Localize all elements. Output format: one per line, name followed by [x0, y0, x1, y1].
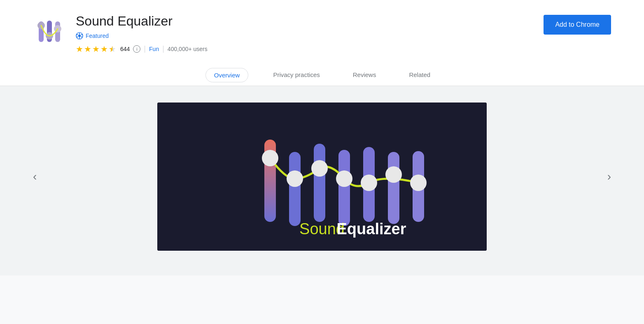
svg-point-24: [311, 160, 328, 177]
content-area: ‹: [0, 86, 644, 275]
app-icon: [33, 13, 66, 46]
svg-rect-17: [314, 144, 325, 222]
svg-point-9: [81, 34, 82, 35]
tab-privacy[interactable]: Privacy practices: [265, 65, 328, 86]
divider2: |: [162, 44, 164, 53]
svg-point-12: [77, 37, 78, 38]
users-count: 400,000+ users: [168, 46, 208, 52]
add-to-chrome-button[interactable]: Add to Chrome: [544, 15, 611, 35]
svg-point-28: [410, 175, 427, 191]
svg-rect-20: [388, 152, 399, 224]
svg-point-10: [81, 37, 82, 38]
header-section: Sound Equalizer Featured: [0, 0, 644, 86]
tab-overview[interactable]: Overview: [205, 68, 249, 82]
info-icon[interactable]: i: [133, 45, 140, 53]
svg-point-11: [79, 37, 80, 39]
star-2: ★: [84, 45, 91, 53]
svg-point-23: [287, 170, 303, 187]
carousel-next-button[interactable]: ›: [599, 162, 619, 191]
svg-point-7: [78, 35, 81, 37]
star-3: ★: [92, 45, 100, 53]
svg-point-25: [336, 170, 352, 187]
app-title: Sound Equalizer: [76, 13, 208, 29]
star-4: ★: [100, 45, 108, 53]
carousel-wrapper: ‹: [0, 103, 644, 251]
rating-count: 644: [120, 46, 130, 52]
svg-point-22: [262, 150, 278, 166]
info-icon-label: i: [136, 47, 137, 51]
featured-badge: Featured: [76, 32, 208, 40]
featured-icon: [76, 32, 83, 40]
star-half: ★ ★: [109, 45, 116, 53]
screenshot-container: Sound Equalizer: [157, 103, 487, 251]
rating-row: ★ ★ ★ ★ ★ ★ 644 i | Fun |: [76, 44, 208, 53]
carousel-prev-button[interactable]: ‹: [25, 162, 45, 191]
svg-text:Equalizer: Equalizer: [337, 220, 406, 238]
tab-related[interactable]: Related: [401, 65, 439, 86]
divider: |: [144, 44, 146, 53]
tabs-nav: Overview Privacy practices Reviews Relat…: [33, 65, 611, 86]
app-info: Sound Equalizer Featured: [33, 13, 208, 53]
stars: ★ ★ ★ ★ ★ ★: [76, 45, 116, 53]
eq-illustration: Sound Equalizer: [157, 103, 487, 251]
svg-point-26: [361, 175, 377, 191]
svg-rect-16: [289, 152, 301, 226]
featured-label: Featured: [86, 33, 109, 39]
svg-rect-18: [338, 150, 350, 226]
tab-reviews[interactable]: Reviews: [345, 65, 385, 86]
header-top: Sound Equalizer Featured: [33, 13, 611, 65]
svg-point-8: [79, 33, 80, 35]
star-1: ★: [76, 45, 83, 53]
svg-point-13: [77, 34, 78, 35]
category-link[interactable]: Fun: [149, 46, 159, 52]
svg-point-27: [385, 166, 402, 183]
app-details: Sound Equalizer Featured: [76, 13, 208, 53]
